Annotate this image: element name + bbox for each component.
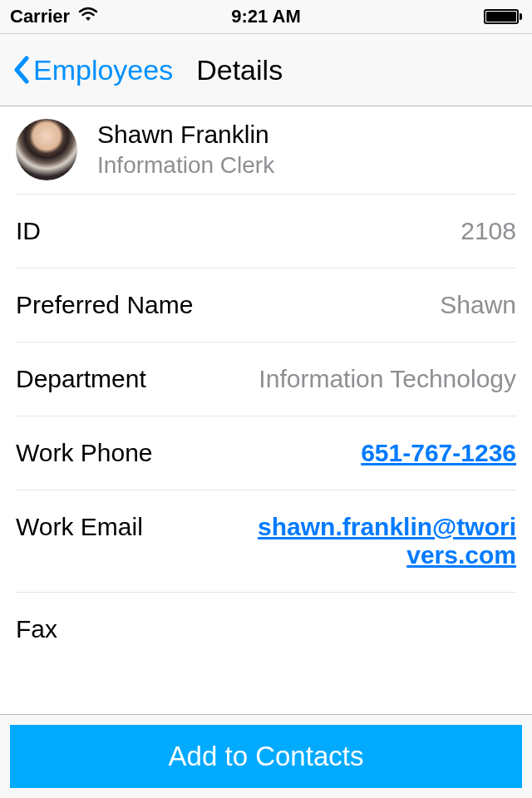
row-id: ID 2108 [16,195,516,268]
profile-text: Shawn Franklin Information Clerk [97,121,274,179]
row-preferred-name: Preferred Name Shawn [16,268,516,342]
status-time: 9:21 AM [231,6,301,27]
value-id: 2108 [461,217,516,245]
row-work-phone: Work Phone 651-767-1236 [16,416,516,490]
row-work-email: Work Email shawn.franklin@tworivers.com [16,490,516,593]
toolbar: Add to Contacts [0,714,532,798]
label-work-email: Work Email [16,513,143,541]
battery-icon [484,9,522,24]
label-department: Department [16,365,146,393]
value-department: Information Technology [259,365,516,393]
value-work-phone[interactable]: 651-767-1236 [361,439,516,467]
avatar [16,119,77,180]
row-department: Department Information Technology [16,342,516,416]
profile-header: Shawn Franklin Information Clerk [16,107,516,195]
add-to-contacts-label: Add to Contacts [169,741,364,772]
label-id: ID [16,217,41,245]
carrier-label: Carrier [10,6,70,27]
row-fax: Fax [16,593,516,666]
page-title: Details [196,54,283,86]
profile-job-title: Information Clerk [97,152,274,179]
nav-bar: Employees Details [0,33,532,106]
profile-name: Shawn Franklin [97,121,274,149]
back-button[interactable]: Employees [12,54,173,86]
status-left: Carrier [10,6,100,27]
status-bar: Carrier 9:21 AM [0,0,532,33]
value-preferred-name: Shawn [440,291,516,319]
label-fax: Fax [16,615,57,643]
chevron-left-icon [12,54,32,86]
content: Shawn Franklin Information Clerk ID 2108… [0,107,532,714]
label-work-phone: Work Phone [16,439,153,467]
add-to-contacts-button[interactable]: Add to Contacts [10,725,522,788]
label-preferred-name: Preferred Name [16,291,193,319]
wifi-icon [76,6,100,27]
back-label: Employees [33,54,173,86]
value-work-email[interactable]: shawn.franklin@tworivers.com [250,513,516,569]
